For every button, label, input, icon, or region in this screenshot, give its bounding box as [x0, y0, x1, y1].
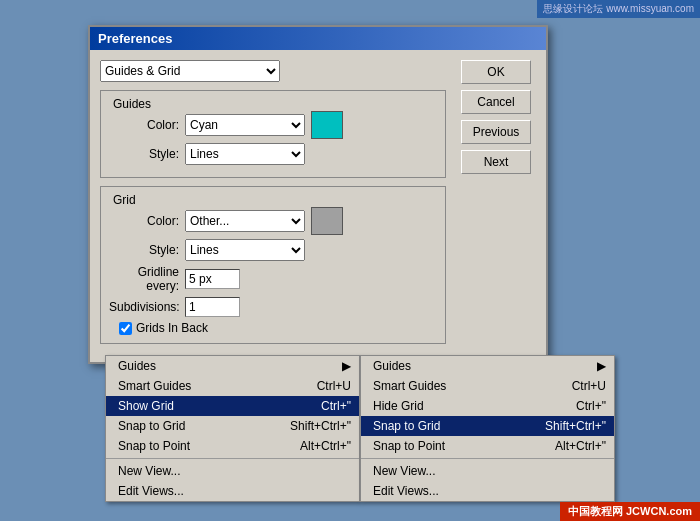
menu-item[interactable]: Hide GridCtrl+"	[361, 396, 614, 416]
menu-item-label: Hide Grid	[373, 399, 424, 413]
grid-legend: Grid	[109, 193, 437, 207]
menu-item-label: New View...	[373, 464, 435, 478]
menu-separator	[361, 458, 614, 459]
grid-group: Grid Color: Other... Light Gray Style: L…	[100, 186, 446, 344]
grid-color-row: Color: Other... Light Gray	[109, 207, 437, 235]
menu-item-label: Smart Guides	[373, 379, 446, 393]
guides-group: Guides Color: Cyan Light Blue Green Styl…	[100, 90, 446, 178]
bottom-bar-text: 中国教程网 JCWCN.com	[568, 505, 692, 517]
guides-style-dropdown[interactable]: Lines Dashed Lines Dots	[185, 143, 305, 165]
guides-color-swatch[interactable]	[311, 111, 343, 139]
menu-item-label: Show Grid	[118, 399, 174, 413]
menu-item-label: Edit Views...	[118, 484, 184, 498]
cancel-button[interactable]: Cancel	[461, 90, 531, 114]
top-dropdown-row: Guides & Grid General Interface Type Uni…	[100, 60, 446, 82]
menu-item[interactable]: Smart GuidesCtrl+U	[361, 376, 614, 396]
guides-color-row: Color: Cyan Light Blue Green	[109, 111, 437, 139]
preferences-dialog: Preferences Guides & Grid General Interf…	[88, 25, 548, 364]
grid-color-swatch[interactable]	[311, 207, 343, 235]
dialog-left-panel: Guides & Grid General Interface Type Uni…	[100, 60, 446, 352]
menu-item[interactable]: Smart GuidesCtrl+U	[106, 376, 359, 396]
menu-item-shortcut: Ctrl+U	[317, 379, 351, 393]
menu-item-label: Snap to Grid	[118, 419, 185, 433]
dialog-body: Guides & Grid General Interface Type Uni…	[90, 50, 546, 362]
top-bar-text: 思缘设计论坛 www.missyuan.com	[543, 3, 694, 14]
guides-style-row: Style: Lines Dashed Lines Dots	[109, 143, 437, 165]
guides-legend: Guides	[109, 97, 437, 111]
context-menu-right: Guides▶Smart GuidesCtrl+UHide GridCtrl+"…	[360, 355, 615, 502]
menu-item[interactable]: Snap to PointAlt+Ctrl+"	[106, 436, 359, 456]
menu-item-label: Edit Views...	[373, 484, 439, 498]
subdivisions-input[interactable]	[185, 297, 240, 317]
menu-item-shortcut: Shift+Ctrl+"	[545, 419, 606, 433]
menu-item-shortcut: Alt+Ctrl+"	[555, 439, 606, 453]
menu-item[interactable]: Show GridCtrl+"	[106, 396, 359, 416]
gridline-input[interactable]	[185, 269, 240, 289]
bottom-bar: 中国教程网 JCWCN.com	[560, 502, 700, 521]
menu-separator	[106, 458, 359, 459]
top-bar: 思缘设计论坛 www.missyuan.com	[537, 0, 700, 18]
grids-in-back-row: Grids In Back	[119, 321, 437, 335]
menu-item[interactable]: Snap to PointAlt+Ctrl+"	[361, 436, 614, 456]
grid-style-label: Style:	[109, 243, 179, 257]
menu-item-shortcut: Ctrl+"	[576, 399, 606, 413]
menu-item-label: New View...	[118, 464, 180, 478]
menu-item-label: Guides	[118, 359, 156, 373]
menu-item[interactable]: New View...	[361, 461, 614, 481]
dialog-title: Preferences	[98, 31, 172, 46]
previous-button[interactable]: Previous	[461, 120, 531, 144]
guides-color-dropdown[interactable]: Cyan Light Blue Green	[185, 114, 305, 136]
grids-in-back-label: Grids In Back	[136, 321, 208, 335]
context-menu-left: Guides▶Smart GuidesCtrl+UShow GridCtrl+"…	[105, 355, 360, 502]
menu-item[interactable]: Guides▶	[361, 356, 614, 376]
menu-item-shortcut: Alt+Ctrl+"	[300, 439, 351, 453]
ok-button[interactable]: OK	[461, 60, 531, 84]
gridline-label: Gridline every:	[109, 265, 179, 293]
subdivisions-row: Subdivisions:	[109, 297, 437, 317]
menu-item-label: Snap to Point	[118, 439, 190, 453]
dialog-titlebar: Preferences	[90, 27, 546, 50]
menu-item-label: Guides	[373, 359, 411, 373]
next-button[interactable]: Next	[461, 150, 531, 174]
grids-in-back-checkbox[interactable]	[119, 322, 132, 335]
dialog-buttons-panel: OK Cancel Previous Next	[456, 60, 536, 352]
subdivisions-label: Subdivisions:	[109, 300, 179, 314]
menu-item-shortcut: Ctrl+U	[572, 379, 606, 393]
grid-color-label: Color:	[109, 214, 179, 228]
gridline-row: Gridline every:	[109, 265, 437, 293]
menu-item[interactable]: Snap to GridShift+Ctrl+"	[361, 416, 614, 436]
menu-item-label: Smart Guides	[118, 379, 191, 393]
menu-item-shortcut: ▶	[597, 359, 606, 373]
guides-color-label: Color:	[109, 118, 179, 132]
grid-style-row: Style: Lines Dashed Lines Dots	[109, 239, 437, 261]
context-menus-area: Guides▶Smart GuidesCtrl+UShow GridCtrl+"…	[105, 355, 615, 502]
menu-item[interactable]: Guides▶	[106, 356, 359, 376]
menu-item-label: Snap to Point	[373, 439, 445, 453]
menu-item[interactable]: Edit Views...	[361, 481, 614, 501]
guides-style-label: Style:	[109, 147, 179, 161]
grid-style-dropdown[interactable]: Lines Dashed Lines Dots	[185, 239, 305, 261]
menu-item[interactable]: Snap to GridShift+Ctrl+"	[106, 416, 359, 436]
menu-item-label: Snap to Grid	[373, 419, 440, 433]
grid-color-dropdown[interactable]: Other... Light Gray	[185, 210, 305, 232]
menu-item-shortcut: Shift+Ctrl+"	[290, 419, 351, 433]
menu-item[interactable]: New View...	[106, 461, 359, 481]
category-dropdown[interactable]: Guides & Grid General Interface Type Uni…	[100, 60, 280, 82]
menu-item[interactable]: Edit Views...	[106, 481, 359, 501]
menu-item-shortcut: Ctrl+"	[321, 399, 351, 413]
menu-item-shortcut: ▶	[342, 359, 351, 373]
